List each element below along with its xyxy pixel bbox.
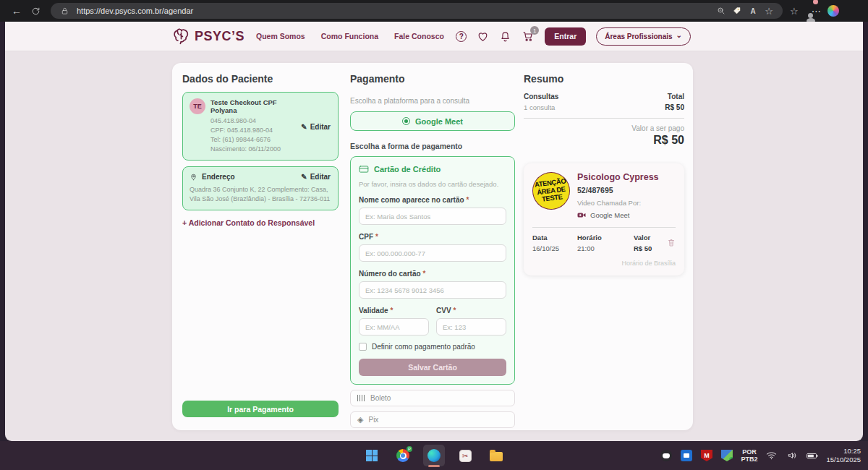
language-indicator[interactable]: POR PTB2 xyxy=(741,448,757,463)
site-info-lock-icon[interactable] xyxy=(56,4,72,17)
language-line2: PTB2 xyxy=(741,456,757,463)
nav-quem-somos[interactable]: Quem Somos xyxy=(256,32,305,40)
chrome-profile-badge: P xyxy=(407,446,412,452)
volume-indicator[interactable] xyxy=(786,450,798,462)
value-header: Valor xyxy=(634,234,671,242)
google-meet-label: Google Meet xyxy=(415,117,463,126)
wifi-indicator[interactable] xyxy=(765,450,778,462)
speaker-icon xyxy=(787,451,797,460)
mcafee-tray[interactable]: M xyxy=(700,450,712,462)
pix-option[interactable]: ◈ Pix xyxy=(350,411,515,428)
professional-name[interactable]: Psicologo Cypress xyxy=(577,172,659,182)
brand[interactable]: PSYC’S xyxy=(172,27,244,46)
refresh-button[interactable] xyxy=(26,3,45,19)
card-cvv-label: CVV* xyxy=(436,307,506,315)
areas-profissionais-button[interactable]: Áreas Profissionais ⌄ xyxy=(596,27,691,46)
required-mark: * xyxy=(423,270,426,278)
read-aloud-icon[interactable]: A xyxy=(745,4,761,17)
time-header: Horário xyxy=(577,234,634,242)
snipping-tool-app[interactable]: ✂ xyxy=(454,445,476,466)
favorites-list-icon[interactable]: ☆ xyxy=(790,6,799,17)
boleto-option[interactable]: Boleto xyxy=(350,390,515,406)
windows-security-tray[interactable] xyxy=(720,450,733,462)
card-cpf-label: CPF* xyxy=(359,233,506,241)
save-card-button[interactable]: Salvar Cartão xyxy=(359,359,506,376)
discord-tray[interactable] xyxy=(660,450,672,462)
file-explorer-app[interactable] xyxy=(485,445,507,466)
url-text[interactable]: https://dev.psycs.com.br/agendar xyxy=(77,7,713,15)
payment-section-title: Pagamento xyxy=(350,73,515,85)
pix-label: Pix xyxy=(368,416,378,424)
snipping-tool-icon: ✂ xyxy=(459,450,472,462)
favorites-button[interactable] xyxy=(477,30,489,43)
address-card[interactable]: Endereço ✎ Editar Quadra 36 Conjunto K, … xyxy=(182,166,339,210)
address-bar[interactable]: https://dev.psycs.com.br/agendar A ☆ xyxy=(51,3,783,19)
remote-app-tray[interactable] xyxy=(680,450,692,462)
cart-button[interactable]: 1 xyxy=(522,30,535,43)
delete-appointment-button[interactable] xyxy=(667,238,676,247)
back-button[interactable]: ← xyxy=(7,3,26,19)
taskbar-apps: P ✂ xyxy=(361,445,507,466)
consultas-header: Consultas xyxy=(524,93,558,101)
card-validity-input[interactable] xyxy=(359,318,429,336)
required-mark: * xyxy=(467,196,469,204)
card-divider xyxy=(532,227,676,228)
patient-name: Teste Checkout CPF Polyana xyxy=(210,98,305,114)
zoom-search-icon[interactable] xyxy=(713,4,729,17)
required-mark: * xyxy=(454,307,456,315)
cart-badge: 1 xyxy=(530,26,539,35)
pix-icon: ◈ xyxy=(357,415,363,424)
credit-card-title: Cartão de Crédito xyxy=(374,165,441,174)
nav-como-funciona[interactable]: Como Funciona xyxy=(321,32,378,40)
patient-phone: Tel: (61) 99844-6676 xyxy=(210,135,305,145)
video-platform: Google Meet xyxy=(590,211,629,219)
entrar-button[interactable]: Entrar xyxy=(545,27,586,46)
bell-icon xyxy=(499,30,511,43)
card-cvv-input[interactable] xyxy=(436,318,506,336)
card-name-input[interactable] xyxy=(359,208,506,225)
patient-cpf: CPF: 045.418.980-04 xyxy=(210,126,305,135)
notifications-button[interactable] xyxy=(499,30,511,43)
credit-card-option[interactable]: Cartão de Crédito xyxy=(359,165,506,174)
pencil-icon: ✎ xyxy=(301,173,307,181)
browser-viewport: PSYC’S Quem Somos Como Funciona Fale Con… xyxy=(5,22,863,441)
go-to-payment-button[interactable]: Ir para Pagamento xyxy=(182,401,339,417)
platform-option-google-meet[interactable]: Google Meet xyxy=(350,111,515,131)
nav-fale-conosco[interactable]: Fale Conosco xyxy=(394,32,444,40)
battery-indicator[interactable] xyxy=(806,450,818,462)
start-button[interactable] xyxy=(361,445,383,466)
patient-card[interactable]: TE Teste Checkout CPF Polyana 045.418.98… xyxy=(182,92,339,161)
edge-app[interactable] xyxy=(423,445,445,466)
trash-icon xyxy=(667,238,676,247)
help-button[interactable]: ? xyxy=(456,31,467,42)
language-line1: POR xyxy=(742,448,757,456)
patient-id: 045.418.980-04 xyxy=(210,116,305,126)
areas-profissionais-label: Áreas Profissionais xyxy=(605,33,672,40)
shopping-tag-icon[interactable] xyxy=(729,4,745,17)
checkout-panel: Dados do Paciente TE Teste Checkout CPF … xyxy=(172,63,693,430)
add-guardian-contact-link[interactable]: + Adicionar Contato do Responsável xyxy=(182,218,339,227)
card-cpf-input[interactable] xyxy=(359,244,506,262)
patient-avatar: TE xyxy=(190,98,205,114)
to-pay-label: Valor a ser pago xyxy=(524,124,684,132)
edit-patient-button[interactable]: ✎ Editar xyxy=(301,122,331,130)
windows-logo-icon xyxy=(366,450,378,461)
clock-time: 10:25 xyxy=(843,447,861,455)
address-text: Quadra 36 Conjunto K, 22 Complemento: Ca… xyxy=(190,185,331,204)
patient-column: Dados do Paciente TE Teste Checkout CPF … xyxy=(182,63,339,430)
favorite-star-icon[interactable]: ☆ xyxy=(761,4,777,17)
clock-date: 15/10/2025 xyxy=(826,456,861,463)
clock[interactable]: 10:25 15/10/2025 xyxy=(826,447,861,464)
default-payment-checkbox[interactable] xyxy=(359,343,367,351)
credit-card-helper: Por favor, insira os dados do cartão des… xyxy=(359,180,506,188)
card-number-input[interactable] xyxy=(359,281,506,299)
brand-name[interactable]: PSYC’S xyxy=(195,29,244,44)
value-amount: R$ 50 xyxy=(634,244,671,252)
edit-address-button[interactable]: ✎ Editar xyxy=(301,173,331,181)
radio-selected-icon[interactable] xyxy=(402,117,410,125)
copilot-icon[interactable] xyxy=(827,5,839,17)
professional-crp: 52/487695 xyxy=(577,186,659,195)
video-camera-icon xyxy=(577,212,586,218)
chrome-app[interactable]: P xyxy=(392,445,414,466)
boleto-label: Boleto xyxy=(370,394,391,402)
